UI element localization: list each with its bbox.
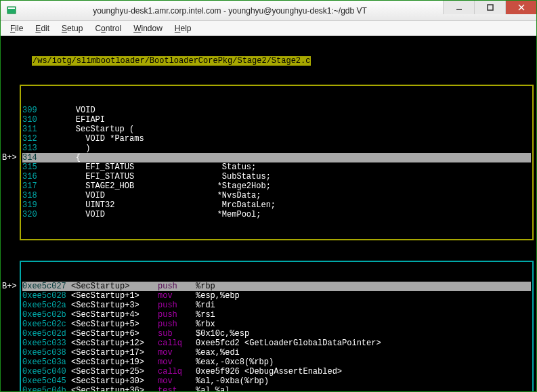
asm-operands: %rbx (196, 320, 215, 329)
asm-symbol: <SecStartup+4> (71, 310, 158, 320)
asm-mnemonic: test (158, 386, 196, 391)
minimize-button[interactable] (443, 1, 474, 14)
source-line: 311 SecStartup ( (22, 125, 531, 134)
svg-rect-1 (8, 7, 15, 9)
svg-rect-3 (488, 5, 493, 10)
asm-symbol: <SecStartup+6> (71, 329, 158, 339)
asm-address: 0xee5c033 (22, 339, 71, 348)
close-button[interactable] (505, 1, 536, 14)
app-icon (6, 5, 17, 16)
asm-operands: 0xee5f926 <DebugAssertEnabled> (196, 367, 342, 376)
asm-line: 0xee5c045<SecStartup+30>mov%al,-0xba(%rb… (22, 376, 531, 386)
asm-line: 0xee5c03a<SecStartup+19>mov%eax,-0xc8(%r… (22, 357, 531, 367)
asm-mnemonic: sub (158, 329, 196, 339)
asm-operands: %rsi (196, 310, 215, 320)
asm-mnemonic: mov (158, 291, 196, 301)
source-text: UINT32 MrcDataLen; (56, 200, 276, 210)
source-text: VOID *Params (56, 134, 144, 144)
menubar: File Edit Setup Control Window Help (1, 21, 536, 36)
source-text: ) (56, 144, 90, 153)
maximize-button[interactable] (474, 1, 505, 14)
asm-operands: %eax,-0xc8(%rbp) (196, 357, 274, 367)
asm-operands: 0xee5fcd2 <GetLoaderGlobalDataPointer> (196, 339, 381, 348)
asm-operands: %rdi (196, 301, 215, 310)
source-text: EFIAPI (56, 115, 105, 125)
breakpoint-marker: B+> (2, 153, 20, 162)
asm-symbol: <SecStartup+12> (71, 339, 158, 348)
asm-address: 0xee5c038 (22, 348, 71, 357)
menu-help[interactable]: Help (169, 22, 197, 35)
source-line: 313 ) (22, 144, 531, 153)
asm-line: 0xee5c02d<SecStartup+6>sub$0x10c,%esp (22, 329, 531, 339)
source-text: { (56, 153, 81, 162)
line-number: 313 (22, 144, 56, 153)
source-pane: 309 VOID310 EFIAPI311 SecStartup (312 VO… (20, 85, 534, 240)
asm-symbol: <SecStartup+5> (71, 320, 158, 329)
line-number: 311 (22, 125, 56, 134)
source-line: 318 VOID *NvsData; (22, 191, 531, 200)
window-title: younghyu-desk1.amr.corp.intel.com - youn… (17, 6, 443, 16)
terminal[interactable]: /ws/iotg/slimbootloader/BootloaderCorePk… (1, 36, 536, 391)
asm-mnemonic: push (158, 310, 196, 320)
line-number: 315 (22, 162, 56, 172)
line-number: 319 (22, 200, 56, 210)
asm-line: 0xee5c02c<SecStartup+5>push%rbx (22, 320, 531, 329)
asm-mnemonic: push (158, 282, 196, 291)
asm-address: 0xee5c045 (22, 376, 71, 386)
asm-operands: %esp,%ebp (196, 291, 240, 301)
menu-file[interactable]: File (5, 22, 28, 35)
asm-line: 0xee5c033<SecStartup+12>callq0xee5fcd2 <… (22, 339, 531, 348)
asm-address: 0xee5c040 (22, 367, 71, 376)
asm-mnemonic: callq (158, 339, 196, 348)
menu-edit[interactable]: Edit (30, 22, 55, 35)
source-line: 320 VOID *MemPool; (22, 210, 531, 219)
line-number: 316 (22, 172, 56, 181)
line-number: 310 (22, 115, 56, 125)
asm-address: 0xee5c02b (22, 310, 71, 320)
asm-address: 0xee5c027 (22, 282, 71, 291)
source-text: SecStartup ( (56, 125, 134, 134)
window-controls (443, 1, 536, 14)
source-line: 319 UINT32 MrcDataLen; (22, 200, 531, 210)
asm-address: 0xee5c03a (22, 357, 71, 367)
menu-setup[interactable]: Setup (56, 22, 88, 35)
source-text: VOID (56, 106, 95, 115)
assembly-pane: B+>0xee5c027<SecStartup>push%rbp0xee5c02… (20, 261, 534, 391)
asm-symbol: <SecStartup+30> (71, 376, 158, 386)
menu-control[interactable]: Control (89, 22, 127, 35)
line-number: 309 (22, 106, 56, 115)
source-text: EFI_STATUS SubStatus; (56, 172, 271, 181)
source-line: B+>314 { (22, 153, 531, 162)
source-line: 312 VOID *Params (22, 134, 531, 144)
asm-line: 0xee5c04b<SecStartup+36>test%al,%al (22, 386, 531, 391)
asm-line: 0xee5c02b<SecStartup+4>push%rsi (22, 310, 531, 320)
line-number: 312 (22, 134, 56, 144)
asm-line: 0xee5c040<SecStartup+25>callq0xee5f926 <… (22, 367, 531, 376)
menu-window[interactable]: Window (128, 22, 168, 35)
asm-operands: %al,-0xba(%rbp) (196, 376, 269, 386)
source-text: VOID *MemPool; (56, 210, 261, 219)
asm-address: 0xee5c02d (22, 329, 71, 339)
line-number: 317 (22, 181, 56, 191)
window-titlebar: younghyu-desk1.amr.corp.intel.com - youn… (1, 1, 536, 21)
asm-line: 0xee5c038<SecStartup+17>mov%eax,%edi (22, 348, 531, 357)
asm-symbol: <SecStartup+19> (71, 357, 158, 367)
source-text: VOID *NvsData; (56, 191, 261, 200)
asm-operands: $0x10c,%esp (196, 329, 249, 339)
asm-symbol: <SecStartup+3> (71, 301, 158, 310)
asm-line: 0xee5c028<SecStartup+1>mov%esp,%ebp (22, 291, 531, 301)
asm-mnemonic: mov (158, 357, 196, 367)
asm-mnemonic: mov (158, 376, 196, 386)
line-number: 320 (22, 210, 56, 219)
asm-mnemonic: push (158, 320, 196, 329)
asm-line: 0xee5c02a<SecStartup+3>push%rdi (22, 301, 531, 310)
asm-operands: %rbp (196, 282, 215, 291)
source-line: 317 STAGE2_HOB *Stage2Hob; (22, 181, 531, 191)
source-file-path: /ws/iotg/slimbootloader/BootloaderCorePk… (32, 56, 311, 66)
asm-symbol: <SecStartup> (71, 282, 158, 291)
line-number: 314 (22, 153, 56, 162)
asm-address: 0xee5c02c (22, 320, 71, 329)
asm-symbol: <SecStartup+25> (71, 367, 158, 376)
asm-address: 0xee5c028 (22, 291, 71, 301)
asm-address: 0xee5c02a (22, 301, 71, 310)
